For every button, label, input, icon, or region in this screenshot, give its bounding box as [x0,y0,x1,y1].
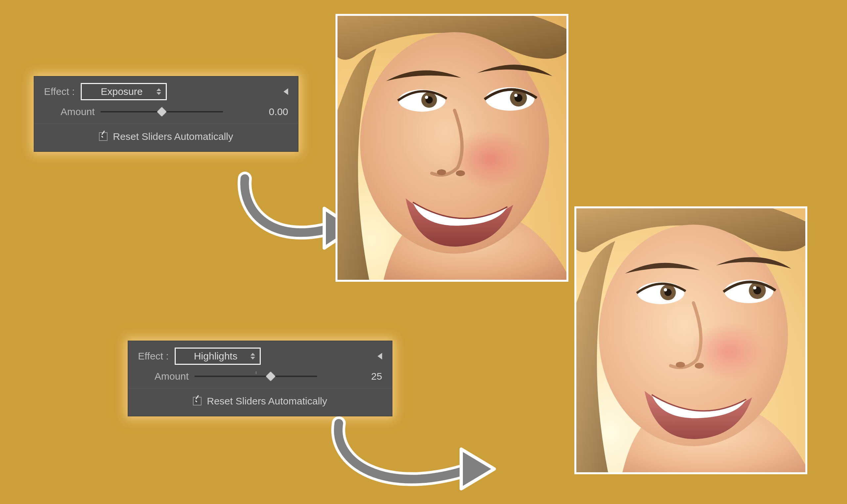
effect-row: Effect : Exposure [34,76,298,105]
reset-row: Reset Sliders Automatically [128,388,392,416]
reset-row: Reset Sliders Automatically [34,124,298,151]
amount-label: Amount [155,371,189,382]
amount-slider[interactable] [195,373,317,379]
effect-panel-top: Effect : Exposure Amount 0.00 Reset Slid… [34,76,298,152]
amount-row: Amount 25 [128,370,392,388]
reset-label: Reset Sliders Automatically [113,131,233,142]
collapse-arrow-icon[interactable] [284,88,288,95]
reset-checkbox[interactable] [193,397,201,406]
updown-icon [157,88,161,95]
effect-row: Effect : Highlights [128,341,392,370]
amount-value: 0.00 [259,106,288,118]
collapse-arrow-icon[interactable] [377,353,382,359]
slider-thumb[interactable] [265,371,276,381]
effect-dropdown[interactable]: Highlights [175,347,261,365]
slider-thumb[interactable] [157,107,167,117]
svg-point-10 [514,94,517,97]
preview-image-top [335,14,568,282]
preview-image-bottom [575,206,807,474]
effect-panel-bottom: Effect : Highlights Amount 25 Reset Slid… [128,341,392,416]
svg-point-25 [695,363,704,369]
reset-checkbox[interactable] [99,132,107,141]
amount-label: Amount [60,106,95,118]
updown-icon [250,353,255,359]
effect-dropdown[interactable]: Exposure [81,83,167,100]
arrow-icon [325,413,511,504]
amount-row: Amount 0.00 [34,105,298,123]
amount-slider[interactable] [101,109,223,115]
svg-point-23 [753,286,756,289]
effect-value: Highlights [194,350,237,362]
effect-label: Effect : [44,86,75,97]
stage: Effect : Exposure Amount 0.00 Reset Slid… [0,0,847,504]
effect-label: Effect : [138,350,169,362]
svg-point-19 [664,288,667,291]
effect-value: Exposure [101,86,143,97]
svg-point-12 [456,170,465,176]
reset-label: Reset Sliders Automatically [207,396,327,407]
svg-point-24 [676,362,685,368]
amount-value: 25 [352,371,382,382]
svg-point-11 [437,169,446,175]
svg-point-6 [425,95,428,99]
